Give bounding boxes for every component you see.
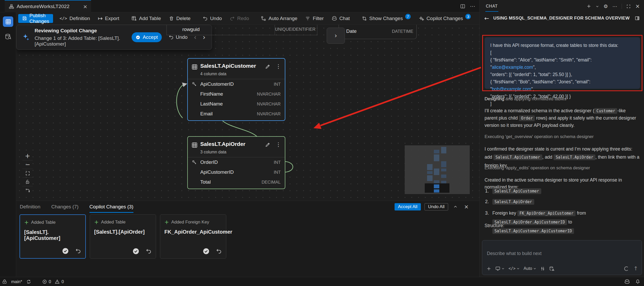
- table-row[interactable]: ApiCustomerID INT: [188, 167, 285, 177]
- tab-title: AdventureWorksLT2022: [17, 4, 69, 9]
- left-icon-strip: [0, 12, 16, 277]
- tab-copilot-changes[interactable]: Copilot Changes (3): [89, 201, 133, 213]
- progress-get-overview: Executing 'get_overview' operation on sc…: [485, 133, 640, 140]
- chat-button[interactable]: Chat: [332, 16, 350, 21]
- screen-context-dropdown[interactable]: [495, 266, 505, 271]
- undo-change-icon[interactable]: [146, 248, 152, 254]
- undo-change-icon[interactable]: [75, 248, 81, 254]
- chat-input[interactable]: [487, 251, 633, 256]
- tab-definition[interactable]: Definition: [20, 201, 40, 213]
- undo-all-button[interactable]: Undo All: [424, 203, 448, 210]
- model-picker-dropdown[interactable]: Auto: [524, 266, 536, 271]
- sync-icon[interactable]: [26, 279, 31, 284]
- table-row[interactable]: Email NVARCHAR: [188, 109, 285, 119]
- table-row[interactable]: LastName NVARCHAR: [188, 99, 285, 109]
- mode-code-dropdown[interactable]: </>: [508, 266, 520, 271]
- email-link[interactable]: alice@example.com: [492, 65, 533, 70]
- add-table-button[interactable]: Add Table: [131, 16, 161, 21]
- email-link[interactable]: bob@example.com: [492, 86, 531, 92]
- undo-button[interactable]: Undo: [203, 16, 222, 21]
- zoom-out-button[interactable]: −: [22, 160, 33, 169]
- split-editor-icon[interactable]: [460, 4, 465, 9]
- table-node-apiorder[interactable]: SalesLT.ApiOrder ⋮ 3 column data OrderID…: [187, 136, 285, 189]
- status-bar: main* 0 0: [0, 277, 644, 286]
- tab-changes[interactable]: Changes (7): [51, 201, 79, 213]
- schema-designer-view-button[interactable]: [3, 16, 13, 27]
- auto-arrange-button[interactable]: Auto Arrange: [261, 16, 297, 21]
- filter-icon: [305, 16, 310, 21]
- notifications-bell-icon[interactable]: [635, 279, 640, 284]
- table-menu-icon[interactable]: ⋮: [276, 141, 281, 148]
- filter-button[interactable]: Filter: [305, 16, 324, 21]
- table-row[interactable]: OrderID INT: [188, 157, 285, 167]
- accept-change-icon[interactable]: [203, 248, 210, 255]
- accept-change-icon[interactable]: [62, 247, 69, 254]
- close-panel-icon[interactable]: ×: [463, 203, 470, 210]
- chat-more-actions-icon[interactable]: ⋯: [612, 3, 617, 9]
- designer-toolbar: Publish Changes </> Definition ↦ Export …: [16, 12, 479, 25]
- warnings-icon: [55, 279, 60, 284]
- table-row[interactable]: FirstName NVARCHAR: [188, 89, 285, 99]
- minimap[interactable]: [405, 145, 470, 194]
- created-items-list: 1.SalesLT.ApiCustomer 2.SalesLT.ApiOrder…: [485, 188, 640, 239]
- branch-indicator[interactable]: main*: [11, 279, 22, 284]
- unlock-button[interactable]: [22, 178, 33, 186]
- workspace-trust-button[interactable]: [2, 279, 7, 284]
- export-button[interactable]: ↦ Export: [98, 15, 119, 22]
- table-menu-icon[interactable]: ⋮: [276, 63, 281, 70]
- editor-tab-bar: AdventureWorksLT2022 × ⋯: [0, 0, 479, 12]
- maximize-panel-icon[interactable]: [626, 4, 631, 9]
- zoom-in-button[interactable]: +: [22, 152, 33, 160]
- code-chip: SalesLT.ApiCustomer: [492, 188, 541, 194]
- send-button[interactable]: ↑: [633, 265, 638, 272]
- undo-change-icon[interactable]: [216, 248, 222, 254]
- database-search-view-button[interactable]: [4, 33, 12, 41]
- attach-context-icon[interactable]: [486, 266, 491, 271]
- accept-change-icon[interactable]: [132, 248, 139, 255]
- edit-table-icon[interactable]: [265, 142, 271, 147]
- change-name: [SalesLT].[ApiCustomer]: [24, 229, 81, 241]
- close-panel-icon[interactable]: ×: [635, 3, 640, 9]
- redo-button[interactable]: Redo: [230, 16, 249, 21]
- change-card-apiorder[interactable]: +Added Table [SalesLT].[ApiOrder]: [90, 214, 156, 259]
- monitor-icon: [495, 266, 500, 271]
- open-in-editor-icon[interactable]: [635, 16, 640, 21]
- table-row[interactable]: ApiCustomerID INT: [188, 79, 285, 89]
- tab-adventureworks[interactable]: AdventureWorksLT2022 ×: [5, 0, 91, 12]
- problems-indicator[interactable]: 0 0: [42, 279, 64, 284]
- publish-changes-button[interactable]: Publish Changes: [18, 14, 53, 23]
- chat-settings-gear-icon[interactable]: ⚙: [603, 3, 608, 9]
- delete-button[interactable]: Delete: [169, 16, 191, 21]
- collapse-panel-icon[interactable]: [452, 203, 459, 210]
- editor-more-actions-icon[interactable]: ⋯: [470, 3, 475, 9]
- fit-view-button[interactable]: [22, 169, 33, 178]
- new-chat-dropdown-icon[interactable]: [596, 5, 599, 8]
- change-card-apicustomer[interactable]: +Added Table [SalesLT].[ApiCustomer]: [20, 214, 86, 259]
- structure-label: Structure:: [485, 222, 640, 229]
- show-changes-button[interactable]: Show Changes 7: [362, 16, 411, 21]
- auto-arrange-icon: [261, 16, 266, 21]
- change-name: [SalesLT].[ApiOrder]: [94, 229, 152, 235]
- new-chat-icon[interactable]: [587, 4, 591, 9]
- copilot-status-icon[interactable]: [624, 279, 630, 284]
- copilot-changes-button[interactable]: Copilot Changes 3: [419, 16, 471, 21]
- table-node-apicustomer[interactable]: SalesLT.ApiCustomer ⋮ 4 column data ApiC…: [187, 58, 285, 121]
- progress-designing: Designing and applying normalized tables: [485, 95, 640, 102]
- chat-tab[interactable]: CHAT: [485, 1, 498, 12]
- schema-canvas[interactable]: rowguid UNIQUEIDENTIFIER Date DATETIME ›…: [16, 25, 479, 201]
- table-grid-icon: [191, 64, 198, 70]
- database-warning-icon[interactable]: [549, 266, 555, 271]
- edit-table-icon[interactable]: [265, 64, 271, 69]
- chevron-down-icon: [533, 267, 536, 270]
- definition-button[interactable]: </> Definition: [60, 16, 90, 21]
- table-row[interactable]: Total DECIMAL: [188, 177, 285, 187]
- reroute-edges-button[interactable]: [22, 186, 33, 195]
- chevron-down-icon: [501, 267, 505, 270]
- accept-all-button[interactable]: Accept All: [395, 203, 421, 210]
- trash-icon: [169, 16, 174, 21]
- tab-close-icon[interactable]: ×: [83, 3, 87, 10]
- tools-icon[interactable]: [540, 266, 545, 271]
- back-arrow-icon[interactable]: ←: [484, 15, 489, 22]
- chat-input-box[interactable]: </> Auto ↑: [482, 240, 642, 275]
- change-card-foreignkey[interactable]: +Added Foreign Key FK_ApiOrder_ApiCustom…: [160, 214, 226, 259]
